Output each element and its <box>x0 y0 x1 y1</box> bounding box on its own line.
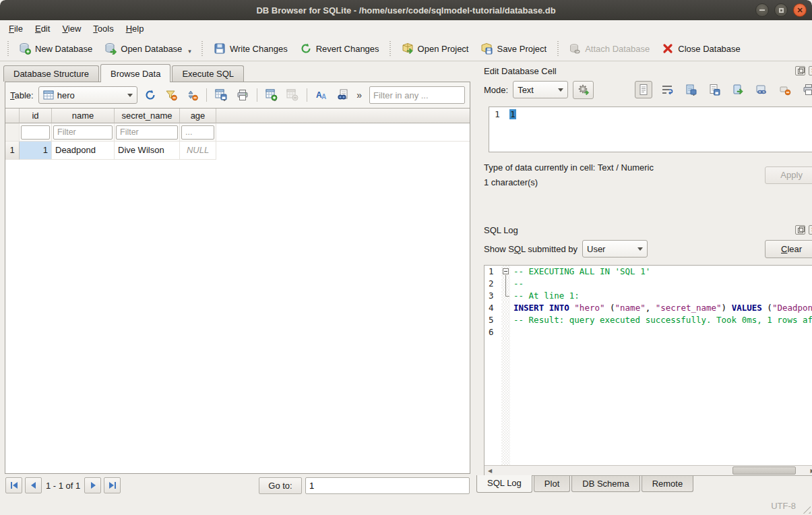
menu-item-view[interactable]: View <box>56 22 87 35</box>
revert-changes-button[interactable]: Revert Changes <box>294 40 385 57</box>
scrollbar-thumb[interactable] <box>732 466 797 475</box>
cell-name[interactable]: Deadpond <box>52 142 115 160</box>
clear-sort-button[interactable] <box>184 87 200 104</box>
clear-log-button[interactable]: Clear <box>765 240 812 258</box>
scrollbar-track[interactable] <box>495 466 807 475</box>
menu-item-help[interactable]: Help <box>120 22 150 35</box>
overflow-chevron[interactable]: » <box>356 90 362 100</box>
prev-page-button[interactable] <box>25 477 42 493</box>
toolbar-handle[interactable] <box>556 41 559 56</box>
column-header-secret-name[interactable]: secret_name <box>115 109 180 123</box>
dock-title-text: SQL Log <box>484 225 792 235</box>
first-page-button[interactable] <box>5 477 22 493</box>
find-icon <box>336 89 348 101</box>
menu-item-file[interactable]: File <box>3 22 29 35</box>
filter-input-id[interactable] <box>21 125 50 140</box>
filter-cell-age <box>180 123 216 142</box>
filter-input-secret-name[interactable] <box>116 125 178 140</box>
chevron-down-icon[interactable]: ▾ <box>188 48 191 55</box>
maximize-button[interactable] <box>774 3 788 17</box>
last-page-button[interactable] <box>104 477 121 493</box>
close-dock-button[interactable]: ✕ <box>809 225 812 235</box>
refresh-button[interactable] <box>142 87 158 104</box>
close-database-button[interactable]: Close Database <box>656 40 747 57</box>
minimize-button[interactable] <box>755 3 769 17</box>
filter-cell-id <box>20 123 52 142</box>
bottom-tab-remote[interactable]: Remote <box>642 476 694 492</box>
mode-selector[interactable]: Text <box>513 81 568 98</box>
bottom-tab-db-schema[interactable]: DB Schema <box>571 476 639 492</box>
font-settings-button[interactable]: AA <box>313 87 330 104</box>
filter-any-input[interactable] <box>369 86 465 104</box>
save-project-button[interactable]: Save Project <box>474 40 553 57</box>
row-header[interactable]: 1 <box>5 142 20 160</box>
filter-input-age[interactable] <box>181 125 214 140</box>
goto-input[interactable] <box>305 477 470 494</box>
column-header-age[interactable]: age <box>180 109 216 123</box>
next-page-button[interactable] <box>84 477 101 493</box>
main-toolbar: New Database Open Database ▾ Write Chang… <box>0 36 812 61</box>
cell-age[interactable]: NULL <box>180 142 216 160</box>
toolbar-handle[interactable] <box>6 41 9 56</box>
scroll-right-button[interactable]: ▶ <box>807 466 812 475</box>
open-database-button[interactable]: Open Database ▾ <box>98 40 197 57</box>
print-cell-button[interactable] <box>800 81 812 98</box>
save-project-icon <box>480 42 493 55</box>
goto-button[interactable]: Go to: <box>259 477 302 494</box>
bottom-tab-plot[interactable]: Plot <box>534 476 570 492</box>
toolbar-label: Open Database <box>121 44 182 54</box>
bottom-tab-sql-log[interactable]: SQL Log <box>476 475 532 493</box>
toolbar-handle[interactable] <box>389 41 392 56</box>
resize-grip[interactable] <box>802 505 811 514</box>
tab-database-structure[interactable]: Database Structure <box>3 65 99 82</box>
clear-filters-button[interactable] <box>163 87 179 104</box>
close-dock-button[interactable]: ✕ <box>809 66 812 75</box>
float-dock-button[interactable] <box>795 225 805 235</box>
insert-record-button[interactable] <box>263 87 280 104</box>
export-table-button[interactable] <box>213 87 229 104</box>
text-mode-button[interactable] <box>635 81 652 98</box>
open-project-button[interactable]: Open Project <box>396 40 475 57</box>
tab-execute-sql[interactable]: Execute SQL <box>172 65 244 82</box>
submitter-selector[interactable]: User <box>582 240 648 258</box>
copy-link-button[interactable] <box>753 81 770 98</box>
table-selector[interactable]: hero <box>38 86 137 104</box>
toolbar-label: Open Project <box>418 44 469 54</box>
export-file-button[interactable] <box>729 81 747 98</box>
close-window-button[interactable]: ✕ <box>793 3 807 17</box>
horizontal-scrollbar[interactable]: ◀ ▶ <box>485 465 812 475</box>
toolbar-label: Close Database <box>678 44 741 54</box>
menu-item-edit[interactable]: Edit <box>29 22 56 35</box>
line-number: 6 <box>485 326 501 338</box>
print-table-button[interactable] <box>235 87 251 104</box>
new-database-button[interactable]: New Database <box>13 40 98 57</box>
cell-editor[interactable]: 1 1 <box>489 107 812 152</box>
sql-log-lines[interactable]: 1-- EXECUTING ALL IN 'SQL 1'2--3-- At li… <box>485 266 812 465</box>
grid-corner[interactable] <box>5 109 20 123</box>
import-file-button[interactable] <box>682 81 699 98</box>
save-file-button[interactable] <box>706 81 723 98</box>
filter-row-header <box>5 123 20 142</box>
cell-editor-content[interactable]: 1 <box>509 109 516 119</box>
float-dock-button[interactable] <box>795 66 805 75</box>
column-header-id[interactable]: id <box>20 109 52 123</box>
fold-marker[interactable] <box>501 266 510 278</box>
write-changes-button[interactable]: Write Changes <box>208 40 294 57</box>
word-wrap-button[interactable] <box>658 81 676 98</box>
scroll-left-button[interactable]: ◀ <box>485 466 495 475</box>
column-header-name[interactable]: name <box>52 109 115 123</box>
find-button[interactable] <box>334 87 350 104</box>
toolbar-handle[interactable] <box>201 41 204 56</box>
auto-apply-button[interactable] <box>573 81 594 99</box>
menu-item-tools[interactable]: Tools <box>87 22 119 35</box>
tab-browse-data[interactable]: Browse Data <box>100 64 170 82</box>
cell-info: Type of data currently in cell: Text / N… <box>475 152 812 190</box>
open-project-icon <box>402 42 414 55</box>
table-selector-value: hero <box>57 90 75 100</box>
set-null-button[interactable] <box>776 81 794 98</box>
encoding-indicator[interactable]: UTF-8 <box>771 501 796 511</box>
filter-input-name[interactable] <box>53 125 113 140</box>
export-table-icon <box>215 89 227 101</box>
cell-id[interactable]: 1 <box>20 142 52 160</box>
cell-secret-name[interactable]: Dive Wilson <box>115 142 180 160</box>
